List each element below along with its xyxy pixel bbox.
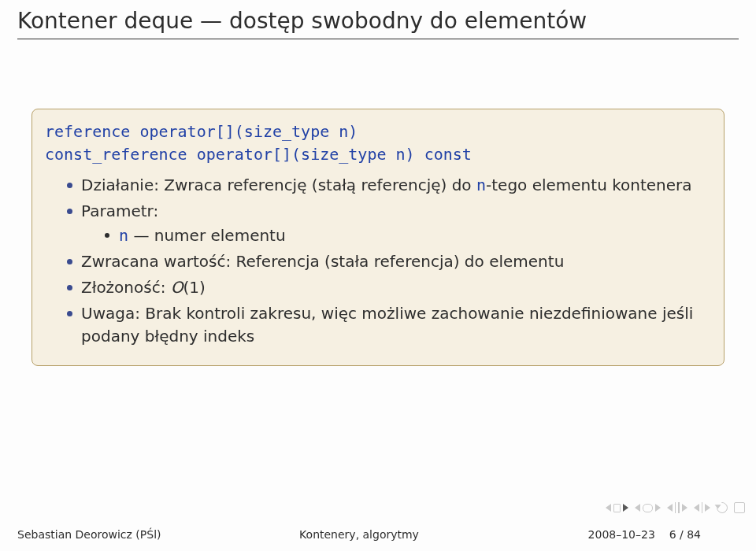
code-line-2: const_reference operator[](size_type n) … xyxy=(45,145,472,164)
nav-subsection-prev-next[interactable] xyxy=(694,502,711,513)
bullet-uwaga: Uwaga: Brak kontroli zakresu, więc możli… xyxy=(67,302,711,348)
bullet-zwracana: Zwracana wartość: Referencja (stała refe… xyxy=(67,250,711,273)
bullet-dzialanie: Działanie: Zwraca referencję (stałą refe… xyxy=(67,174,711,197)
inline-code-n: n xyxy=(119,226,128,245)
bar-icon xyxy=(678,502,680,513)
triangle-left-icon xyxy=(635,504,640,512)
title-bar: Kontener deque — dostęp swobodny do elem… xyxy=(0,0,756,44)
text: — numer elementu xyxy=(128,226,286,245)
square-icon xyxy=(613,504,621,512)
footer: Sebastian Deorowicz (PŚl) Kontenery, alg… xyxy=(0,518,756,551)
content-area: reference operator[](size_type n) const_… xyxy=(0,44,756,366)
code-line-1: reference operator[](size_type n) xyxy=(45,122,358,141)
triangle-right-icon xyxy=(623,504,628,512)
beamer-nav xyxy=(606,502,746,513)
nav-frame-prev-next[interactable] xyxy=(635,504,661,512)
triangle-left-icon xyxy=(606,504,611,512)
sub-bullet-list: n — numer elementu xyxy=(81,224,711,247)
text: -tego elementu kontenera xyxy=(486,176,692,194)
slide: Kontener deque — dostęp swobodny do elem… xyxy=(0,0,756,551)
math-o: O xyxy=(171,278,183,297)
beamer-block: reference operator[](size_type n) const_… xyxy=(32,109,724,366)
triangle-left-icon xyxy=(667,504,673,512)
bullet-parametr: Parametr: n — numer elementu xyxy=(67,200,711,247)
triangle-right-icon xyxy=(682,504,687,512)
footer-title: Kontenery, algorytmy xyxy=(245,528,472,541)
replay-icon[interactable] xyxy=(714,500,730,516)
bullet-zlozonosc: Złożoność: O(1) xyxy=(67,276,711,299)
text: (1) xyxy=(183,278,206,297)
nav-slide-prev-next[interactable] xyxy=(606,504,628,512)
triangle-right-icon xyxy=(705,504,710,512)
title-rule xyxy=(17,39,739,39)
triangle-left-icon xyxy=(694,504,699,512)
text: Działanie: Zwraca referencję (stałą refe… xyxy=(81,176,476,194)
bar-icon xyxy=(702,502,703,513)
search-icon[interactable] xyxy=(734,502,745,513)
triangle-right-icon xyxy=(655,504,661,512)
footer-page: 6 / 84 xyxy=(669,528,701,541)
nav-section-prev-next[interactable] xyxy=(667,502,687,513)
bullet-list: Działanie: Zwraca referencję (stałą refe… xyxy=(45,174,711,348)
text: Parametr: xyxy=(81,202,158,220)
sub-bullet-n: n — numer elementu xyxy=(105,224,711,247)
code-block: reference operator[](size_type n) const_… xyxy=(45,120,711,166)
footer-date: 2008–10–23 xyxy=(588,528,655,541)
text: Złożoność: xyxy=(81,278,171,297)
slide-title: Kontener deque — dostęp swobodny do elem… xyxy=(17,8,739,34)
bar-icon xyxy=(675,502,676,513)
frame-icon xyxy=(643,504,653,512)
footer-author: Sebastian Deorowicz (PŚl) xyxy=(17,528,245,541)
footer-date-page: 2008–10–23 6 / 84 xyxy=(473,528,701,541)
inline-code-n: n xyxy=(476,176,486,194)
